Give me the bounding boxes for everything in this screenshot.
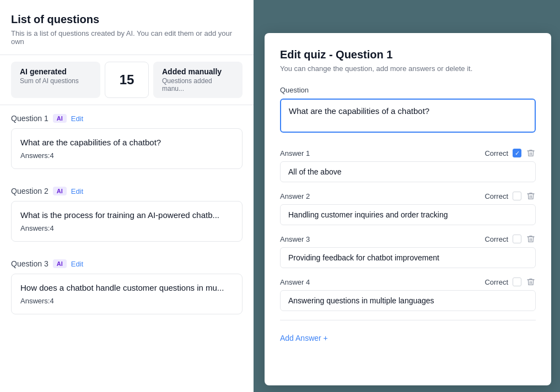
correct-checkbox-2[interactable]	[513, 192, 521, 200]
answer-block-2: Answer 2 Correct	[280, 191, 536, 225]
question-label-1: Question 1	[11, 114, 49, 123]
right-panel: Edit quiz - Question 1 You can change th…	[265, 33, 551, 385]
delete-answer-2-icon[interactable]	[526, 191, 536, 201]
question-label-3: Question 3	[11, 259, 49, 268]
answer-block-4: Answer 4 Correct	[280, 277, 536, 311]
question-field-label: Question	[280, 86, 536, 94]
question-group-1: Question 1 AI Edit What are the capabili…	[0, 105, 254, 169]
question-text-3: How does a chatbot handle customer quest…	[20, 283, 233, 292]
answers-count-3: Answers:4	[20, 297, 233, 305]
questions-count: 15	[120, 72, 134, 88]
answer-header-4: Answer 4 Correct	[280, 277, 536, 287]
correct-section-4: Correct	[484, 277, 536, 287]
edit-link-3[interactable]: Edit	[71, 260, 83, 268]
panel-subtitle: This is a list of questions created by A…	[11, 29, 243, 46]
questions-list: Question 1 AI Edit What are the capabili…	[0, 105, 254, 392]
answers-count-2: Answers:4	[20, 224, 233, 232]
correct-label-4: Correct	[484, 278, 508, 286]
added-manually-label: Added manually	[162, 67, 234, 76]
ai-generated-stat: AI generated Sum of AI questions	[11, 62, 100, 98]
question-card-1: What are the capabilities of a chatbot? …	[11, 128, 243, 169]
answer-header-1: Answer 1 Correct	[280, 148, 536, 158]
edit-quiz-subtitle: You can change the question, add more an…	[280, 64, 536, 73]
answer-header-2: Answer 2 Correct	[280, 191, 536, 201]
question-card-3: How does a chatbot handle customer quest…	[11, 274, 243, 314]
question-label-row-2: Question 2 AI Edit	[11, 187, 243, 195]
answer-label-2: Answer 2	[280, 192, 310, 200]
correct-section-3: Correct	[484, 234, 536, 244]
answers-count-1: Answers:4	[20, 151, 233, 160]
panel-title: List of questions	[11, 13, 243, 26]
answer-block-1: Answer 1 Correct	[280, 148, 536, 182]
delete-answer-3-icon[interactable]	[526, 234, 536, 244]
ai-generated-label: AI generated	[20, 67, 91, 76]
question-label-row-1: Question 1 AI Edit	[11, 114, 243, 123]
edit-link-1[interactable]: Edit	[71, 115, 83, 123]
stats-row: AI generated Sum of AI questions 15 Adde…	[0, 55, 254, 105]
question-label-row-3: Question 3 AI Edit	[11, 259, 243, 268]
question-card-2: What is the process for training an AI-p…	[11, 201, 243, 242]
left-panel: List of questions This is a list of ques…	[0, 0, 254, 392]
panel-header: List of questions This is a list of ques…	[0, 0, 254, 55]
edit-quiz-title: Edit quiz - Question 1	[280, 48, 536, 61]
added-manually-sub: Questions added manu...	[162, 77, 234, 92]
divider	[280, 320, 536, 320]
question-group-3: Question 3 AI Edit How does a chatbot ha…	[0, 251, 254, 314]
question-text-1: What are the capabilities of a chatbot?	[20, 138, 233, 147]
correct-section-2: Correct	[484, 191, 536, 201]
answer-header-3: Answer 3 Correct	[280, 234, 536, 244]
answer-input-1[interactable]	[280, 161, 536, 182]
add-answer-button[interactable]: Add Answer +	[280, 329, 328, 347]
answer-block-3: Answer 3 Correct	[280, 234, 536, 268]
question-text-2: What is the process for training an AI-p…	[20, 210, 233, 220]
ai-badge-2: AI	[53, 187, 67, 195]
answer-label-1: Answer 1	[280, 149, 310, 157]
added-manually-stat: Added manually Questions added manu...	[153, 62, 243, 98]
ai-badge-1: AI	[53, 114, 67, 123]
answer-label-4: Answer 4	[280, 278, 310, 286]
delete-answer-1-icon[interactable]	[526, 148, 536, 158]
answer-input-2[interactable]	[280, 204, 536, 225]
answer-input-3[interactable]	[280, 247, 536, 268]
answer-label-3: Answer 3	[280, 235, 310, 243]
ai-generated-sub: Sum of AI questions	[20, 77, 91, 85]
questions-count-stat: 15	[105, 62, 149, 98]
question-label-2: Question 2	[11, 187, 49, 195]
ai-badge-3: AI	[53, 259, 67, 268]
question-input[interactable]	[280, 99, 536, 133]
edit-link-2[interactable]: Edit	[71, 187, 83, 195]
question-group-2: Question 2 AI Edit What is the process f…	[0, 178, 254, 242]
correct-checkbox-4[interactable]	[513, 277, 521, 286]
delete-answer-4-icon[interactable]	[526, 277, 536, 287]
correct-label-3: Correct	[484, 235, 508, 243]
correct-checkbox-1[interactable]	[513, 149, 521, 157]
answer-input-4[interactable]	[280, 290, 536, 311]
correct-section-1: Correct	[484, 148, 536, 158]
correct-checkbox-3[interactable]	[513, 235, 521, 243]
correct-label-2: Correct	[484, 192, 508, 200]
correct-label-1: Correct	[484, 149, 508, 157]
